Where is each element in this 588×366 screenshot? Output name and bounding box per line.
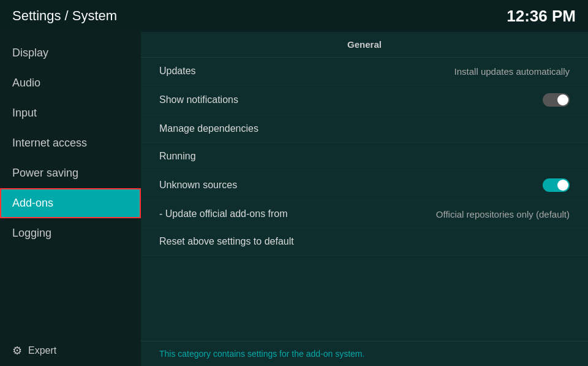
sidebar-item-input[interactable]: Input <box>0 98 141 128</box>
setting-row-updates[interactable]: UpdatesInstall updates automatically <box>141 58 588 85</box>
section-header: General <box>141 32 588 58</box>
footer-text: This category contains settings for the … <box>159 349 364 359</box>
content-body: General UpdatesInstall updates automatic… <box>141 32 588 341</box>
sidebar-item-logging[interactable]: Logging <box>0 218 141 248</box>
sidebar-item-display[interactable]: Display <box>0 38 141 68</box>
toggle-unknown-sources[interactable] <box>543 178 570 192</box>
setting-row-unknown-sources[interactable]: Unknown sources <box>141 170 588 200</box>
setting-label-manage-dependencies: Manage dependencies <box>159 123 258 134</box>
clock: 12:36 PM <box>507 7 576 26</box>
setting-label-running: Running <box>159 151 196 162</box>
setting-row-manage-dependencies[interactable]: Manage dependencies <box>141 115 588 143</box>
header: Settings / System 12:36 PM <box>0 0 588 32</box>
sidebar: DisplayAudioInputInternet accessPower sa… <box>0 32 141 366</box>
sidebar-item-audio[interactable]: Audio <box>0 68 141 98</box>
sidebar-footer-expert[interactable]: ⚙ Expert <box>0 335 141 366</box>
setting-row-running[interactable]: Running <box>141 143 588 170</box>
setting-row-reset-settings[interactable]: Reset above settings to default <box>141 228 588 256</box>
setting-label-updates: Updates <box>159 66 196 77</box>
setting-label-update-official-addons: - Update official add-ons from <box>159 208 288 219</box>
content-area: General UpdatesInstall updates automatic… <box>141 32 588 366</box>
content-footer: This category contains settings for the … <box>141 341 588 366</box>
expert-label: Expert <box>28 345 56 356</box>
setting-label-show-notifications: Show notifications <box>159 94 238 105</box>
setting-row-update-official-addons[interactable]: - Update official add-ons fromOfficial r… <box>141 200 588 228</box>
sidebar-item-internet-access[interactable]: Internet access <box>0 128 141 158</box>
gear-icon: ⚙ <box>12 344 22 357</box>
toggle-show-notifications[interactable] <box>543 93 570 107</box>
setting-value-update-official-addons: Official repositories only (default) <box>436 209 570 219</box>
page-title: Settings / System <box>12 8 117 24</box>
setting-label-reset-settings: Reset above settings to default <box>159 236 294 247</box>
main-layout: DisplayAudioInputInternet accessPower sa… <box>0 32 588 366</box>
setting-label-unknown-sources: Unknown sources <box>159 180 237 191</box>
setting-row-show-notifications[interactable]: Show notifications <box>141 85 588 115</box>
setting-value-updates: Install updates automatically <box>454 66 570 77</box>
sidebar-item-power-saving[interactable]: Power saving <box>0 158 141 188</box>
sidebar-item-add-ons[interactable]: Add-ons <box>0 188 141 218</box>
